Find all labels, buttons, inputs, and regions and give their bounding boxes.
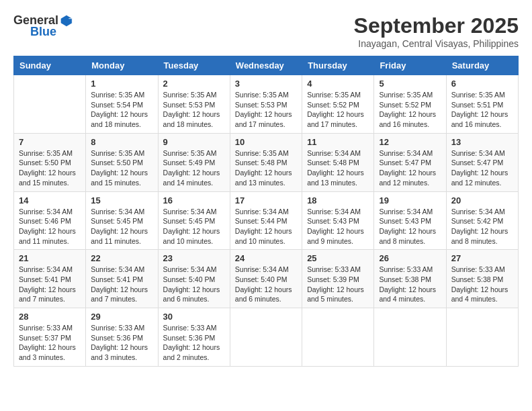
day-info: Sunrise: 5:34 AMSunset: 5:43 PMDaylight:… [307, 207, 369, 246]
weekday-header-row: SundayMondayTuesdayWednesdayThursdayFrid… [14, 56, 519, 75]
day-info: Sunrise: 5:34 AMSunset: 5:40 PMDaylight:… [235, 265, 297, 304]
day-number: 13 [451, 137, 513, 147]
calendar-week-4: 21Sunrise: 5:34 AMSunset: 5:41 PMDayligh… [14, 250, 519, 308]
day-info: Sunrise: 5:33 AMSunset: 5:37 PMDaylight:… [19, 323, 81, 363]
day-info: Sunrise: 5:35 AMSunset: 5:53 PMDaylight:… [235, 90, 297, 130]
day-number: 9 [163, 137, 225, 147]
day-number: 8 [91, 137, 152, 147]
calendar-cell: 16Sunrise: 5:34 AMSunset: 5:45 PMDayligh… [158, 191, 230, 250]
day-info: Sunrise: 5:34 AMSunset: 5:45 PMDaylight:… [163, 207, 225, 246]
calendar-cell: 24Sunrise: 5:34 AMSunset: 5:40 PMDayligh… [230, 250, 302, 308]
day-info: Sunrise: 5:35 AMSunset: 5:50 PMDaylight:… [19, 148, 81, 188]
weekday-header-wednesday: Wednesday [230, 56, 302, 75]
calendar-cell: 28Sunrise: 5:33 AMSunset: 5:37 PMDayligh… [14, 308, 86, 367]
weekday-header-saturday: Saturday [446, 56, 518, 75]
calendar-cell: 26Sunrise: 5:33 AMSunset: 5:38 PMDayligh… [374, 250, 446, 308]
calendar-cell: 19Sunrise: 5:34 AMSunset: 5:43 PMDayligh… [374, 191, 446, 250]
calendar-week-1: 1Sunrise: 5:35 AMSunset: 5:54 PMDaylight… [14, 75, 519, 134]
calendar-week-5: 28Sunrise: 5:33 AMSunset: 5:37 PMDayligh… [14, 308, 519, 367]
calendar-cell: 14Sunrise: 5:34 AMSunset: 5:46 PMDayligh… [14, 191, 86, 250]
day-info: Sunrise: 5:35 AMSunset: 5:48 PMDaylight:… [235, 148, 297, 188]
day-info: Sunrise: 5:34 AMSunset: 5:43 PMDaylight:… [379, 207, 441, 246]
month-year-title: September 2025 [354, 13, 519, 38]
day-info: Sunrise: 5:33 AMSunset: 5:36 PMDaylight:… [91, 323, 152, 363]
day-number: 20 [451, 195, 513, 205]
calendar-cell: 20Sunrise: 5:34 AMSunset: 5:42 PMDayligh… [446, 191, 518, 250]
day-info: Sunrise: 5:34 AMSunset: 5:42 PMDaylight:… [451, 207, 513, 246]
day-info: Sunrise: 5:33 AMSunset: 5:39 PMDaylight:… [307, 265, 369, 304]
day-info: Sunrise: 5:34 AMSunset: 5:41 PMDaylight:… [19, 265, 81, 304]
calendar-week-3: 14Sunrise: 5:34 AMSunset: 5:46 PMDayligh… [14, 191, 519, 250]
calendar-cell: 30Sunrise: 5:33 AMSunset: 5:36 PMDayligh… [158, 308, 230, 367]
logo: General Blue [13, 13, 73, 39]
day-number: 6 [451, 79, 513, 89]
weekday-header-monday: Monday [86, 56, 158, 75]
day-info: Sunrise: 5:35 AMSunset: 5:52 PMDaylight:… [307, 90, 369, 130]
day-number: 15 [91, 195, 152, 205]
calendar-cell: 17Sunrise: 5:34 AMSunset: 5:44 PMDayligh… [230, 191, 302, 250]
weekday-header-thursday: Thursday [302, 56, 374, 75]
weekday-header-friday: Friday [374, 56, 446, 75]
calendar-cell: 21Sunrise: 5:34 AMSunset: 5:41 PMDayligh… [14, 250, 86, 308]
calendar-cell: 18Sunrise: 5:34 AMSunset: 5:43 PMDayligh… [302, 191, 374, 250]
day-number: 10 [235, 137, 297, 147]
day-number: 22 [91, 253, 152, 263]
weekday-header-tuesday: Tuesday [158, 56, 230, 75]
day-number: 24 [235, 253, 297, 263]
calendar-cell: 13Sunrise: 5:34 AMSunset: 5:47 PMDayligh… [446, 133, 518, 191]
calendar-cell: 27Sunrise: 5:33 AMSunset: 5:38 PMDayligh… [446, 250, 518, 308]
day-number: 3 [235, 79, 297, 89]
day-info: Sunrise: 5:33 AMSunset: 5:38 PMDaylight:… [451, 265, 513, 304]
title-block: September 2025 Inayagan, Central Visayas… [354, 13, 519, 49]
calendar-cell: 2Sunrise: 5:35 AMSunset: 5:53 PMDaylight… [158, 75, 230, 134]
day-info: Sunrise: 5:34 AMSunset: 5:45 PMDaylight:… [91, 207, 152, 246]
calendar-cell: 6Sunrise: 5:35 AMSunset: 5:51 PMDaylight… [446, 75, 518, 134]
calendar-cell: 7Sunrise: 5:35 AMSunset: 5:50 PMDaylight… [14, 133, 86, 191]
day-info: Sunrise: 5:35 AMSunset: 5:54 PMDaylight:… [91, 90, 152, 130]
logo-blue: Blue [30, 25, 56, 39]
day-number: 28 [19, 312, 81, 322]
day-number: 7 [19, 137, 81, 147]
day-number: 18 [307, 195, 369, 205]
day-number: 5 [379, 79, 441, 89]
calendar-cell: 23Sunrise: 5:34 AMSunset: 5:40 PMDayligh… [158, 250, 230, 308]
day-info: Sunrise: 5:33 AMSunset: 5:36 PMDaylight:… [163, 323, 225, 363]
logo-icon [60, 14, 73, 28]
calendar-cell: 3Sunrise: 5:35 AMSunset: 5:53 PMDaylight… [230, 75, 302, 134]
day-info: Sunrise: 5:35 AMSunset: 5:51 PMDaylight:… [451, 90, 513, 130]
calendar-cell: 10Sunrise: 5:35 AMSunset: 5:48 PMDayligh… [230, 133, 302, 191]
page-header: General Blue September 2025 Inayagan, Ce… [13, 13, 519, 49]
calendar-cell: 22Sunrise: 5:34 AMSunset: 5:41 PMDayligh… [86, 250, 158, 308]
day-info: Sunrise: 5:34 AMSunset: 5:48 PMDaylight:… [307, 148, 369, 188]
day-info: Sunrise: 5:34 AMSunset: 5:44 PMDaylight:… [235, 207, 297, 246]
day-info: Sunrise: 5:34 AMSunset: 5:40 PMDaylight:… [163, 265, 225, 304]
calendar-cell: 11Sunrise: 5:34 AMSunset: 5:48 PMDayligh… [302, 133, 374, 191]
calendar-cell [446, 308, 518, 367]
day-info: Sunrise: 5:33 AMSunset: 5:38 PMDaylight:… [379, 265, 441, 304]
calendar-cell: 5Sunrise: 5:35 AMSunset: 5:52 PMDaylight… [374, 75, 446, 134]
day-info: Sunrise: 5:34 AMSunset: 5:47 PMDaylight:… [379, 148, 441, 188]
calendar-table: SundayMondayTuesdayWednesdayThursdayFrid… [13, 56, 519, 367]
calendar-week-2: 7Sunrise: 5:35 AMSunset: 5:50 PMDaylight… [14, 133, 519, 191]
location-subtitle: Inayagan, Central Visayas, Philippines [354, 38, 519, 49]
calendar-cell: 9Sunrise: 5:35 AMSunset: 5:49 PMDaylight… [158, 133, 230, 191]
day-number: 12 [379, 137, 441, 147]
day-number: 2 [163, 79, 225, 89]
day-info: Sunrise: 5:35 AMSunset: 5:49 PMDaylight:… [163, 148, 225, 188]
day-number: 27 [451, 253, 513, 263]
day-info: Sunrise: 5:34 AMSunset: 5:41 PMDaylight:… [91, 265, 152, 304]
day-number: 17 [235, 195, 297, 205]
day-number: 19 [379, 195, 441, 205]
day-info: Sunrise: 5:34 AMSunset: 5:47 PMDaylight:… [451, 148, 513, 188]
day-number: 11 [307, 137, 369, 147]
day-number: 14 [19, 195, 81, 205]
calendar-cell [230, 308, 302, 367]
day-info: Sunrise: 5:34 AMSunset: 5:46 PMDaylight:… [19, 207, 81, 246]
calendar-cell: 29Sunrise: 5:33 AMSunset: 5:36 PMDayligh… [86, 308, 158, 367]
calendar-cell: 8Sunrise: 5:35 AMSunset: 5:50 PMDaylight… [86, 133, 158, 191]
day-number: 30 [163, 312, 225, 322]
day-number: 16 [163, 195, 225, 205]
day-number: 4 [307, 79, 369, 89]
day-number: 21 [19, 253, 81, 263]
calendar-cell [302, 308, 374, 367]
